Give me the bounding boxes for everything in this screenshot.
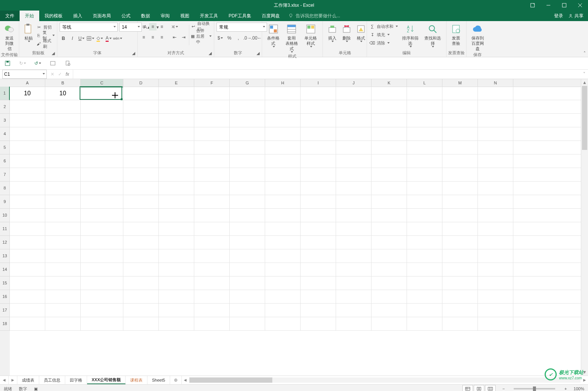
row-header[interactable]: 8 — [0, 182, 10, 195]
tab-formulas[interactable]: 公式 — [116, 11, 136, 21]
column-header[interactable]: L — [407, 79, 442, 87]
row-header[interactable]: 12 — [0, 236, 10, 249]
cell[interactable] — [230, 182, 265, 195]
qat-open-button[interactable] — [49, 60, 57, 67]
cell[interactable] — [123, 154, 159, 168]
cell[interactable] — [81, 87, 123, 100]
cell[interactable] — [81, 100, 123, 113]
cell[interactable] — [336, 100, 372, 113]
cell[interactable] — [45, 263, 81, 276]
expand-formula-bar-button[interactable]: ˅ — [580, 72, 588, 77]
cell[interactable] — [336, 249, 372, 263]
cell[interactable] — [372, 168, 407, 181]
insert-cells-button[interactable]: 插入 — [325, 23, 339, 43]
horizontal-scroll-thumb[interactable] — [189, 377, 272, 383]
phonetic-guide-button[interactable]: wén — [114, 35, 121, 42]
cell[interactable] — [81, 236, 123, 249]
cell[interactable] — [478, 168, 513, 181]
ribbon-display-options-icon[interactable] — [525, 0, 540, 11]
cell[interactable] — [81, 141, 123, 154]
sort-filter-button[interactable]: AZ排序和筛选 — [399, 23, 421, 48]
cell[interactable] — [265, 154, 301, 168]
cell[interactable] — [265, 195, 301, 208]
cell[interactable] — [45, 317, 81, 330]
cell[interactable] — [265, 290, 301, 303]
cell[interactable] — [265, 168, 301, 181]
column-header[interactable]: A — [10, 79, 45, 87]
cell[interactable] — [194, 127, 230, 141]
row-header[interactable]: 17 — [0, 304, 10, 317]
row-header[interactable]: 15 — [0, 276, 10, 290]
tab-file[interactable]: 文件 — [0, 11, 20, 21]
cell[interactable] — [442, 100, 478, 113]
cell[interactable] — [194, 317, 230, 330]
cell[interactable] — [478, 290, 513, 303]
fill-button[interactable]: ↧填充 — [369, 31, 399, 38]
cell[interactable] — [407, 114, 442, 127]
cell[interactable] — [407, 222, 442, 235]
cell[interactable] — [407, 290, 442, 303]
cell[interactable] — [336, 141, 372, 154]
cell[interactable] — [442, 263, 478, 276]
cell[interactable] — [230, 304, 265, 317]
enter-formula-button[interactable]: ✓ — [58, 72, 62, 77]
cell[interactable] — [407, 209, 442, 222]
sheet-nav-last[interactable]: ► — [9, 376, 17, 384]
cell[interactable] — [194, 304, 230, 317]
cell[interactable] — [478, 236, 513, 249]
cell[interactable] — [230, 236, 265, 249]
cell[interactable] — [123, 317, 159, 330]
sheet-tab[interactable]: 课程表 — [126, 376, 147, 384]
cell[interactable] — [336, 154, 372, 168]
cell[interactable] — [372, 195, 407, 208]
cell[interactable] — [442, 114, 478, 127]
cell[interactable] — [10, 141, 45, 154]
cell[interactable] — [123, 263, 159, 276]
cell[interactable] — [265, 127, 301, 141]
cell[interactable] — [194, 263, 230, 276]
cell[interactable] — [194, 154, 230, 168]
cell[interactable] — [442, 127, 478, 141]
delete-cells-button[interactable]: 删除 — [339, 23, 354, 43]
fill-color-button[interactable]: ◇ — [96, 35, 103, 42]
cell[interactable] — [442, 304, 478, 317]
cell[interactable] — [372, 100, 407, 113]
cell[interactable] — [442, 317, 478, 330]
cell[interactable]: 10 — [10, 87, 45, 100]
cell[interactable] — [336, 127, 372, 141]
cell[interactable] — [123, 127, 159, 141]
invoice-check-button[interactable]: 发票查验 — [449, 23, 463, 47]
cell[interactable] — [372, 317, 407, 330]
cell[interactable] — [194, 87, 230, 100]
cell[interactable] — [159, 236, 194, 249]
cell[interactable] — [336, 168, 372, 181]
merge-center-button[interactable]: ▦合并后居中 — [191, 32, 212, 40]
sheet-tab[interactable]: Sheet5 — [147, 376, 170, 384]
cell[interactable] — [336, 182, 372, 195]
row-header[interactable]: 1 — [0, 87, 10, 100]
cell[interactable] — [442, 141, 478, 154]
cell[interactable] — [336, 209, 372, 222]
number-dialog-launcher[interactable]: ◢ — [256, 51, 260, 55]
cell[interactable] — [81, 249, 123, 263]
cell[interactable] — [45, 154, 81, 168]
cell[interactable] — [81, 304, 123, 317]
cell[interactable] — [123, 182, 159, 195]
send-to-wechat-button[interactable]: 发送到微信 — [2, 23, 17, 52]
cell[interactable] — [45, 141, 81, 154]
cell[interactable] — [123, 290, 159, 303]
cell[interactable] — [336, 276, 372, 290]
cell[interactable] — [45, 168, 81, 181]
cell[interactable] — [45, 127, 81, 141]
cell[interactable] — [478, 154, 513, 168]
cell[interactable] — [407, 317, 442, 330]
cell[interactable] — [407, 87, 442, 100]
cell[interactable] — [230, 290, 265, 303]
column-header[interactable]: M — [442, 79, 478, 87]
cell[interactable] — [10, 100, 45, 113]
column-header[interactable]: J — [336, 79, 372, 87]
row-headers[interactable]: 123456789101112131415161718 — [0, 87, 10, 376]
cell[interactable] — [372, 209, 407, 222]
cell[interactable] — [45, 209, 81, 222]
cell[interactable] — [372, 154, 407, 168]
